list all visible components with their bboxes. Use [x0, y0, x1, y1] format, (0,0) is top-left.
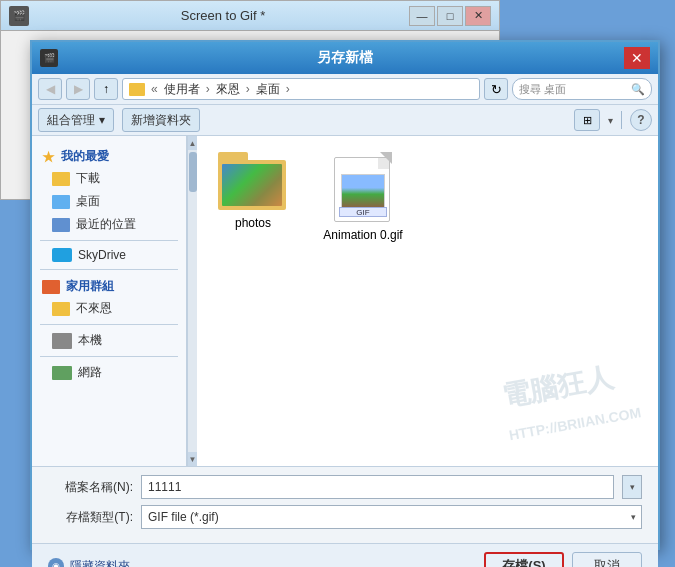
main-content: ★ 我的最愛 下載 桌面 最近的位置 [32, 136, 658, 466]
skydrive-icon [52, 248, 72, 262]
new-folder-button[interactable]: 新增資料夾 [122, 108, 200, 132]
sidebar-item-homegroup-sub[interactable]: 不來恩 [32, 297, 186, 320]
favorites-label: 我的最愛 [61, 148, 109, 165]
help-button[interactable]: ? [630, 109, 652, 131]
bg-titlebar: 🎬 Screen to Gif * — □ ✕ [1, 1, 499, 31]
search-placeholder: 搜尋 桌面 [519, 82, 627, 97]
favorites-group: ★ 我的最愛 [32, 144, 186, 167]
cancel-button[interactable]: 取消 [572, 552, 642, 567]
filename-row: 檔案名稱(N): ▾ [48, 475, 642, 499]
sidebar-item-desktop[interactable]: 桌面 [32, 190, 186, 213]
hidden-folder-button[interactable]: ◉ 隱藏資料夾 [48, 558, 130, 568]
filetype-select-wrapper: GIF file (*.gif) ▾ [141, 505, 642, 529]
save-dialog: 🎬 另存新檔 ✕ ◀ ▶ ↑ « 使用者 › 來恩 › 桌面 › ↻ [30, 40, 660, 550]
file-area: photos GIF Animation 0.gif 電腦狂人 HTTP://B… [197, 136, 658, 466]
bg-window-controls[interactable]: — □ ✕ [409, 6, 491, 26]
filetype-row: 存檔類型(T): GIF file (*.gif) ▾ [48, 505, 642, 529]
sidebar-item-skydrive[interactable]: SkyDrive [32, 245, 186, 265]
dialog-titlebar: 🎬 另存新檔 ✕ [32, 42, 658, 74]
homegroup-sub-icon [52, 302, 70, 316]
folder-back [218, 160, 286, 210]
view-arrow[interactable]: ▾ [608, 115, 613, 126]
animation-label: Animation 0.gif [323, 228, 402, 242]
path-desktop[interactable]: 桌面 [256, 81, 280, 98]
up-button[interactable]: ↑ [94, 78, 118, 100]
file-item-animation[interactable]: GIF Animation 0.gif [323, 152, 403, 242]
file-image-preview [341, 174, 385, 208]
sidebar-item-computer[interactable]: 本機 [32, 329, 186, 352]
refresh-button[interactable]: ↻ [484, 78, 508, 100]
bg-minimize-button[interactable]: — [409, 6, 435, 26]
sidebar-item-network[interactable]: 網路 [32, 361, 186, 384]
new-folder-label: 新增資料夾 [131, 112, 191, 129]
forward-button[interactable]: ▶ [66, 78, 90, 100]
file-label-strip: GIF [339, 207, 387, 217]
computer-label: 本機 [78, 332, 102, 349]
skydrive-label: SkyDrive [78, 248, 126, 262]
file-item-photos[interactable]: photos [213, 152, 293, 230]
bg-close-button[interactable]: ✕ [465, 6, 491, 26]
file-paper: GIF [334, 157, 390, 222]
photos-folder-icon [218, 152, 288, 210]
sidebar-divider-2 [40, 269, 178, 270]
filename-label: 檔案名稱(N): [48, 479, 133, 496]
bg-app-icon: 🎬 [9, 6, 29, 26]
organize-arrow: ▾ [99, 113, 105, 127]
scroll-thumb[interactable] [189, 152, 197, 192]
downloads-label: 下載 [76, 170, 100, 187]
path-username[interactable]: 來恩 [216, 81, 240, 98]
computer-icon [52, 333, 72, 349]
organize-label: 組合管理 [47, 112, 95, 129]
search-box[interactable]: 搜尋 桌面 🔍 [512, 78, 652, 100]
homegroup-icon [42, 280, 60, 294]
save-button[interactable]: 存檔(S) [484, 552, 564, 567]
save-label: 存檔(S) [502, 557, 545, 567]
sidebar-item-recent[interactable]: 最近的位置 [32, 213, 186, 236]
hidden-folder-label: 隱藏資料夾 [70, 558, 130, 568]
footer: ◉ 隱藏資料夾 存檔(S) 取消 [32, 543, 658, 567]
cancel-label: 取消 [594, 557, 620, 567]
filetype-label: 存檔類型(T): [48, 509, 133, 526]
star-icon: ★ [42, 149, 55, 165]
scroll-down-arrow[interactable]: ▼ [188, 452, 198, 466]
path-username-label: 來恩 [216, 81, 240, 98]
scroll-up-arrow[interactable]: ▲ [188, 136, 198, 150]
bg-title: Screen to Gif * [37, 8, 409, 23]
search-icon: 🔍 [631, 83, 645, 96]
sidebar-item-downloads[interactable]: 下載 [32, 167, 186, 190]
homegroup-label: 家用群組 [66, 278, 114, 295]
desktop-icon [52, 195, 70, 209]
address-bar: ◀ ▶ ↑ « 使用者 › 來恩 › 桌面 › ↻ 搜尋 桌面 🔍 [32, 74, 658, 105]
recent-icon [52, 218, 70, 232]
homegroup-group: 家用群組 [32, 274, 186, 297]
dialog-title: 另存新檔 [66, 49, 624, 67]
dialog-close-button[interactable]: ✕ [624, 47, 650, 69]
filetype-select[interactable]: GIF file (*.gif) [141, 505, 642, 529]
filename-dropdown-arrow[interactable]: ▾ [622, 475, 642, 499]
path-users[interactable]: 使用者 [164, 81, 200, 98]
folder-image [222, 164, 282, 206]
filename-input[interactable] [141, 475, 614, 499]
sidebar-scrollbar[interactable]: ▲ ▼ [187, 136, 197, 466]
hidden-icon: ◉ [48, 558, 64, 567]
downloads-folder-icon [52, 172, 70, 186]
back-button[interactable]: ◀ [38, 78, 62, 100]
sidebar-divider-1 [40, 240, 178, 241]
path-desktop-label: 桌面 [256, 81, 280, 98]
sidebar-container: ★ 我的最愛 下載 桌面 最近的位置 [32, 136, 197, 466]
desktop-label: 桌面 [76, 193, 100, 210]
path-users-label: 使用者 [164, 81, 200, 98]
footer-buttons: 存檔(S) 取消 [484, 552, 642, 567]
network-icon [52, 366, 72, 380]
sidebar-divider-4 [40, 356, 178, 357]
toolbar-separator [621, 111, 622, 129]
recent-label: 最近的位置 [76, 216, 136, 233]
dialog-app-icon: 🎬 [40, 49, 58, 67]
gif-file-icon: GIF [334, 152, 392, 222]
form-area: 檔案名稱(N): ▾ 存檔類型(T): GIF file (*.gif) ▾ [32, 466, 658, 543]
bg-maximize-button[interactable]: □ [437, 6, 463, 26]
address-path[interactable]: « 使用者 › 來恩 › 桌面 › [122, 78, 480, 100]
watermark: 電腦狂人 HTTP://BRIIAN.COM [499, 355, 643, 447]
organize-button[interactable]: 組合管理 ▾ [38, 108, 114, 132]
view-button[interactable]: ⊞ [574, 109, 600, 131]
